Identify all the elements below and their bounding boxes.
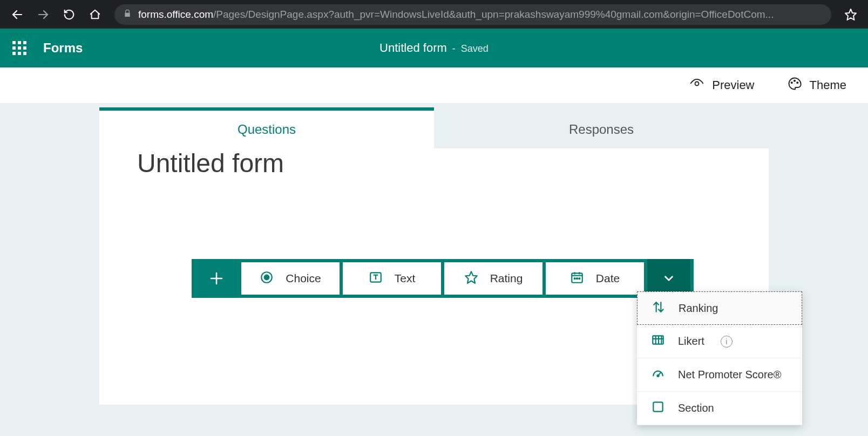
info-icon[interactable]: i: [721, 336, 733, 348]
lock-icon: [123, 9, 132, 20]
svg-point-30: [657, 375, 659, 377]
command-bar: Preview Theme: [0, 67, 868, 103]
svg-marker-2: [845, 9, 856, 20]
qtype-choice-label: Choice: [286, 272, 321, 285]
svg-point-10: [265, 275, 269, 280]
address-bar[interactable]: forms.office.com/Pages/DesignPage.aspx?a…: [114, 4, 831, 25]
menu-item-nps[interactable]: Net Promoter Score®: [637, 358, 802, 392]
reload-button[interactable]: [57, 3, 81, 26]
qtype-text-button[interactable]: Text: [343, 262, 441, 295]
menu-item-ranking[interactable]: Ranking: [637, 291, 802, 325]
qtype-date-button[interactable]: Date: [546, 262, 644, 295]
qtype-text-label: Text: [395, 272, 416, 285]
svg-marker-14: [465, 271, 477, 283]
tab-questions-label: Questions: [238, 122, 296, 137]
preview-button[interactable]: Preview: [689, 76, 754, 94]
preview-icon: [689, 76, 704, 94]
theme-button[interactable]: Theme: [787, 76, 846, 94]
url-text: forms.office.com/Pages/DesignPage.aspx?a…: [138, 9, 774, 21]
date-icon: [570, 270, 584, 287]
svg-point-5: [794, 80, 795, 81]
svg-point-21: [579, 278, 580, 279]
choice-icon: [260, 270, 274, 287]
svg-rect-31: [653, 402, 662, 411]
app-header: Forms Untitled form - Saved: [0, 29, 868, 67]
rating-icon: [464, 270, 478, 287]
form-title[interactable]: Untitled form: [99, 148, 769, 178]
qtype-choice-button[interactable]: Choice: [241, 262, 340, 295]
more-qtypes-menu: Ranking Likert i Net Promoter Score® Sec…: [637, 291, 802, 425]
forward-button[interactable]: [31, 3, 55, 26]
svg-point-4: [791, 82, 792, 83]
ranking-icon: [652, 300, 666, 317]
app-name[interactable]: Forms: [43, 40, 83, 56]
question-type-toolbar: Choice Text Rating Date: [192, 259, 694, 298]
document-title[interactable]: Untitled form: [379, 41, 447, 55]
menu-item-nps-label: Net Promoter Score®: [678, 369, 781, 381]
document-status: Saved: [461, 43, 489, 54]
svg-point-6: [797, 82, 798, 83]
app-launcher-button[interactable]: [0, 29, 39, 67]
likert-icon: [651, 333, 665, 350]
tab-questions[interactable]: Questions: [99, 111, 434, 148]
svg-point-20: [577, 278, 578, 279]
qtype-date-label: Date: [596, 272, 620, 285]
preview-label: Preview: [712, 78, 754, 92]
section-icon: [651, 400, 665, 417]
menu-item-ranking-label: Ranking: [679, 302, 718, 315]
bookmark-button[interactable]: [839, 3, 863, 26]
theme-icon: [787, 76, 802, 94]
back-button[interactable]: [5, 3, 29, 26]
document-status-sep: -: [452, 43, 456, 54]
tab-responses[interactable]: Responses: [434, 111, 769, 148]
qtype-rating-label: Rating: [490, 272, 523, 285]
waffle-icon: [12, 41, 26, 55]
svg-point-3: [695, 82, 699, 86]
tab-responses-label: Responses: [569, 122, 634, 137]
menu-item-likert-label: Likert: [678, 335, 704, 348]
qtype-rating-button[interactable]: Rating: [444, 262, 542, 295]
menu-item-likert[interactable]: Likert i: [637, 325, 802, 358]
menu-item-section-label: Section: [678, 402, 714, 414]
theme-label: Theme: [810, 78, 846, 92]
tab-row: Questions Responses: [99, 111, 769, 148]
nps-icon: [651, 366, 665, 383]
document-title-group: Untitled form - Saved: [379, 41, 489, 55]
text-icon: [369, 270, 383, 287]
home-button[interactable]: [83, 3, 107, 26]
svg-point-19: [574, 278, 575, 279]
browser-toolbar: forms.office.com/Pages/DesignPage.aspx?a…: [0, 0, 868, 29]
menu-item-section[interactable]: Section: [637, 392, 802, 425]
add-question-button[interactable]: [195, 259, 238, 298]
